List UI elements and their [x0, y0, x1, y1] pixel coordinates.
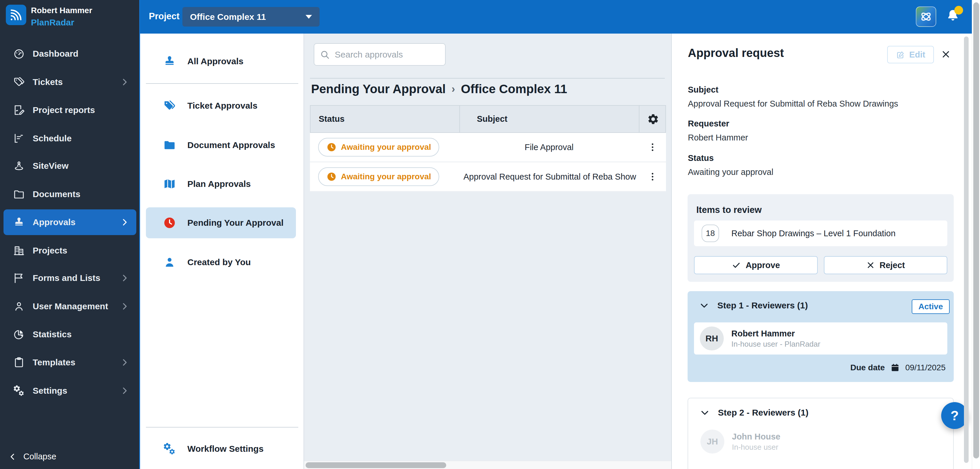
step1-active-badge: Active [912, 299, 950, 314]
check-icon [732, 260, 741, 270]
planradar-logo [6, 5, 26, 25]
status-badge: Awaiting your approval [318, 168, 439, 186]
notifications-button[interactable] [945, 8, 961, 24]
step2-card: Step 2 - Reviewers (1) JH John House In-… [687, 398, 954, 469]
app-switcher-button[interactable] [916, 6, 936, 27]
subpanel-item-ticket-approvals[interactable]: Ticket Approvals [146, 90, 296, 121]
step1-header[interactable]: Step 1 - Reviewers (1) [699, 300, 808, 310]
subpanel-item-workflow-settings[interactable]: Workflow Settings [146, 433, 296, 464]
gear-icon [647, 113, 659, 125]
close-panel-button[interactable] [939, 48, 953, 61]
subpanel-item-plan-approvals[interactable]: Plan Approvals [146, 169, 296, 199]
x-icon [866, 261, 875, 270]
sidebar-item-statistics[interactable]: Statistics [3, 322, 136, 347]
user-block[interactable]: Robert Hammer PlanRadar [0, 0, 139, 34]
sidebar-item-siteview[interactable]: SiteView [3, 153, 136, 179]
subpanel-item-label: Ticket Approvals [187, 101, 258, 111]
sidebar-item-label: Schedule [33, 134, 72, 144]
subpanel-item-pending-your-approval[interactable]: Pending Your Approval [146, 207, 296, 238]
sidebar-item-dashboard[interactable]: Dashboard [3, 41, 136, 67]
reject-button[interactable]: Reject [824, 256, 948, 274]
step2-header[interactable]: Step 2 - Reviewers (1) [700, 408, 808, 418]
sidebar-item-label: Documents [33, 189, 80, 199]
horizontal-scrollbar-thumb[interactable] [305, 462, 446, 468]
folder-icon [163, 139, 176, 152]
approve-button[interactable]: Approve [694, 256, 818, 274]
breadcrumb-current: Office Complex 11 [461, 82, 567, 96]
chevron-down-icon [699, 300, 709, 310]
due-date-label: Due date [850, 363, 885, 372]
panel-scrollbar-thumb[interactable] [964, 37, 969, 463]
search-input[interactable] [334, 49, 440, 60]
table-row[interactable]: Awaiting your approval File Approval [310, 133, 666, 163]
panel-scrollbar[interactable] [964, 37, 969, 464]
sidebar-item-projects[interactable]: Projects [3, 238, 136, 263]
vertical-scrollbar-thumb[interactable] [973, 2, 979, 458]
edit-pencil-icon [896, 50, 905, 59]
step2-title: Step 2 - Reviewers (1) [718, 408, 808, 418]
logo-icon [8, 7, 24, 22]
edit-button[interactable]: Edit [887, 46, 934, 63]
row-menu-button[interactable] [639, 142, 666, 153]
sidebar-item-templates[interactable]: Templates [3, 349, 136, 375]
collapse-sidebar-button[interactable]: Collapse [8, 452, 56, 461]
column-header-subject[interactable]: Subject [460, 106, 640, 132]
sidebar-item-documents[interactable]: Documents [3, 181, 136, 207]
reviewer-card: RH Robert Hammer In-house user - PlanRad… [694, 322, 947, 354]
search-box [314, 43, 445, 66]
sidebar-item-forms-and-lists[interactable]: Forms and Lists [3, 265, 136, 291]
sidebar-item-label: Project reports [33, 105, 95, 115]
sidebar-item-label: Templates [33, 357, 75, 367]
horizontal-scrollbar[interactable] [304, 461, 671, 469]
sidebar-item-settings[interactable]: Settings [3, 378, 136, 404]
search-icon [320, 49, 330, 60]
user-org: PlanRadar [31, 18, 74, 27]
approval-request-panel: Approval request Edit Subject Approval R… [671, 34, 972, 469]
project-label: Project [149, 11, 180, 22]
reject-label: Reject [880, 260, 905, 270]
reviewer-card: JH John House In-house user [700, 429, 780, 453]
status-cell: Awaiting your approval [310, 168, 459, 186]
review-item[interactable]: 18 Rebar Shop Drawings – Level 1 Foundat… [694, 220, 947, 246]
subpanel-item-document-approvals[interactable]: Document Approvals [146, 130, 296, 161]
sidebar-item-label: Forms and Lists [33, 273, 100, 283]
sidebar-item-label: Projects [33, 246, 67, 255]
top-bar: Project Office Complex 11 [140, 0, 972, 34]
sidebar-item-label: Dashboard [33, 49, 78, 59]
sidebar-item-tickets[interactable]: Tickets [3, 69, 136, 95]
vertical-scrollbar[interactable] [972, 0, 980, 469]
subpanel-item-all-approvals[interactable]: All Approvals [146, 46, 296, 77]
stamp-icon [163, 54, 176, 68]
subpanel-item-created-by-you[interactable]: Created by You [146, 247, 296, 278]
sidebar-item-label: User Management [33, 302, 108, 311]
divider [146, 427, 298, 428]
row-menu-button[interactable] [639, 171, 666, 182]
decision-buttons: Approve Reject [694, 256, 947, 274]
atom-icon [919, 10, 933, 23]
project-select[interactable]: Office Complex 11 [182, 7, 320, 27]
subpanel-item-label: Created by You [187, 257, 251, 267]
subpanel-item-label: Workflow Settings [187, 444, 264, 454]
status-cell: Awaiting your approval [310, 138, 459, 156]
sidebar-item-user-management[interactable]: User Management [3, 294, 136, 319]
user-name: Robert Hammer [31, 6, 92, 15]
items-to-review-title: Items to review [696, 205, 762, 215]
subject-cell: File Approval [459, 142, 639, 152]
step1-card: Step 1 - Reviewers (1) Active RH Robert … [687, 291, 954, 382]
table-row[interactable]: Awaiting your approval Approval Request … [310, 163, 666, 192]
sidebar-item-project-reports[interactable]: Project reports [3, 97, 136, 123]
subpanel-item-label: Pending Your Approval [187, 218, 283, 228]
sidebar-item-label: SiteView [33, 161, 68, 171]
sidebar-item-approvals[interactable]: Approvals [3, 209, 136, 235]
sidebar-item-label: Approvals [33, 217, 76, 227]
approvals-list-area: Pending Your Approval › Office Complex 1… [304, 34, 671, 469]
projects-icon [13, 244, 25, 257]
subpanel-item-label: Plan Approvals [187, 179, 251, 189]
column-header-status[interactable]: Status [310, 106, 460, 132]
status-badge-label: Awaiting your approval [341, 172, 431, 181]
chevron-right-icon [120, 302, 129, 311]
sidebar-item-schedule[interactable]: Schedule [3, 126, 136, 151]
breadcrumb-parent[interactable]: Pending Your Approval [311, 82, 445, 96]
column-settings-button[interactable] [640, 106, 667, 132]
chevron-right-icon [120, 358, 129, 367]
